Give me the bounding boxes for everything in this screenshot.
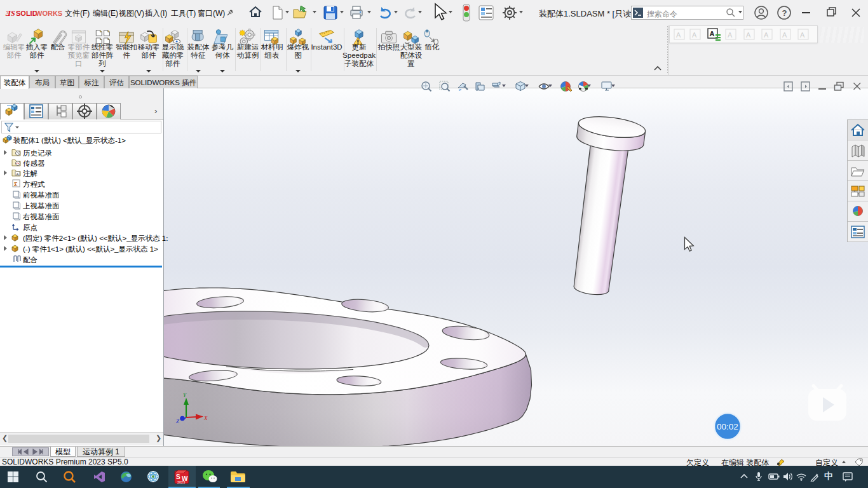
svg-text:A: A <box>710 30 715 37</box>
svg-text:A: A <box>728 31 733 39</box>
svg-text:X: X <box>203 415 208 421</box>
svg-text:A: A <box>800 31 805 39</box>
svg-text:Σ: Σ <box>14 181 18 187</box>
svg-text:00:02: 00:02 <box>717 422 738 431</box>
svg-text:ƎS: ƎS <box>5 9 15 18</box>
svg-text:A: A <box>17 172 19 176</box>
svg-text:A: A <box>782 31 787 39</box>
svg-text:WORKS: WORKS <box>36 10 62 17</box>
svg-text:A: A <box>764 31 769 39</box>
svg-text:SOLID: SOLID <box>16 10 37 17</box>
svg-text:A: A <box>692 31 697 39</box>
svg-text:A: A <box>746 31 751 39</box>
svg-text:?: ? <box>782 8 787 18</box>
svg-text:A: A <box>676 31 681 39</box>
svg-text:S: S <box>176 473 180 480</box>
svg-text:2023: 2023 <box>177 480 185 484</box>
